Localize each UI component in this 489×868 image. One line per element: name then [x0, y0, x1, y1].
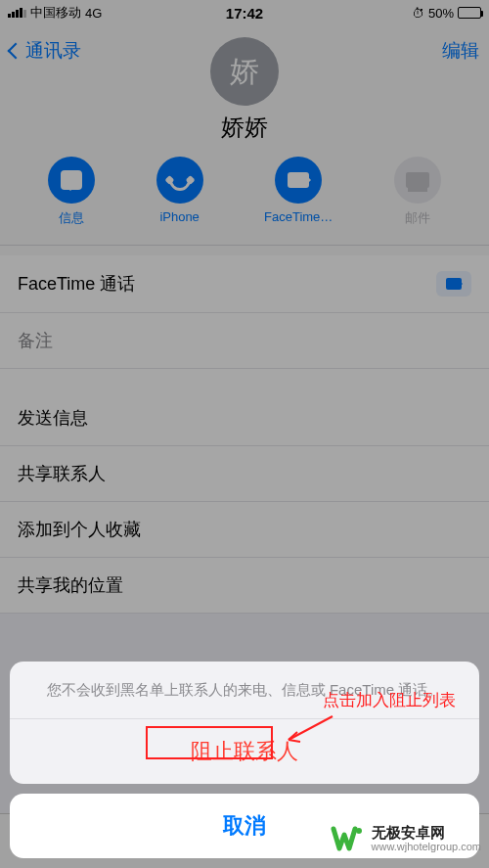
- video-badge-icon[interactable]: [436, 271, 471, 297]
- watermark: 无极安卓网 www.wjhotelgroup.com: [331, 821, 482, 856]
- battery-percent: 50%: [428, 6, 454, 21]
- facetime-call-label: FaceTime 通话: [18, 272, 135, 296]
- detail-list: FaceTime 通话 备注 发送信息 共享联系人 添加到个人收藏 共享我的位置: [0, 255, 489, 614]
- send-message-row[interactable]: 发送信息: [0, 390, 489, 446]
- watermark-logo-icon: [331, 821, 366, 856]
- message-label: 信息: [59, 209, 84, 227]
- action-row: 信息 iPhone FaceTime… 邮件: [0, 157, 489, 246]
- notes-label: 备注: [18, 329, 53, 352]
- back-button[interactable]: 通讯录: [10, 38, 81, 64]
- mail-icon: [406, 172, 429, 188]
- share-contact-label: 共享联系人: [18, 462, 106, 485]
- message-action[interactable]: 信息: [48, 157, 95, 227]
- battery-icon: [458, 7, 481, 19]
- contact-name: 娇娇: [0, 112, 489, 143]
- alarm-icon: ⏱: [412, 6, 424, 21]
- notes-row[interactable]: 备注: [0, 313, 489, 369]
- call-label: iPhone: [159, 209, 199, 224]
- svg-point-0: [356, 828, 362, 834]
- share-location-row[interactable]: 共享我的位置: [0, 558, 489, 614]
- share-contact-row[interactable]: 共享联系人: [0, 446, 489, 502]
- mail-label: 邮件: [405, 209, 430, 227]
- status-bar: 中国移动 4G 17:42 ⏱ 50%: [0, 0, 489, 25]
- send-message-label: 发送信息: [18, 406, 88, 430]
- call-action[interactable]: iPhone: [156, 157, 203, 227]
- avatar: 娇: [210, 37, 279, 106]
- facetime-action[interactable]: FaceTime…: [264, 157, 333, 227]
- facetime-call-row[interactable]: FaceTime 通话: [0, 255, 489, 313]
- add-favorite-row[interactable]: 添加到个人收藏: [0, 502, 489, 558]
- video-icon: [288, 172, 309, 188]
- contact-header: 娇 娇娇 信息 iPhone FaceTime… 邮件: [0, 37, 489, 255]
- back-label: 通讯录: [25, 38, 81, 64]
- annotation-arrow-icon: [284, 716, 334, 744]
- annotation-text: 点击加入阻止列表: [323, 689, 456, 711]
- signal-icon: [8, 8, 26, 18]
- add-favorite-label: 添加到个人收藏: [18, 518, 141, 541]
- chevron-left-icon: [8, 43, 24, 60]
- edit-button[interactable]: 编辑: [442, 38, 479, 64]
- facetime-label: FaceTime…: [264, 209, 333, 224]
- status-time: 17:42: [226, 5, 263, 22]
- mail-action: 邮件: [394, 157, 441, 227]
- carrier-label: 中国移动: [30, 4, 81, 22]
- phone-icon: [164, 164, 195, 195]
- message-icon: [61, 170, 82, 190]
- watermark-url: www.wjhotelgroup.com: [372, 841, 482, 852]
- annotation-box: [146, 726, 273, 759]
- watermark-title: 无极安卓网: [372, 825, 482, 842]
- share-location-label: 共享我的位置: [18, 573, 123, 597]
- network-label: 4G: [85, 6, 102, 21]
